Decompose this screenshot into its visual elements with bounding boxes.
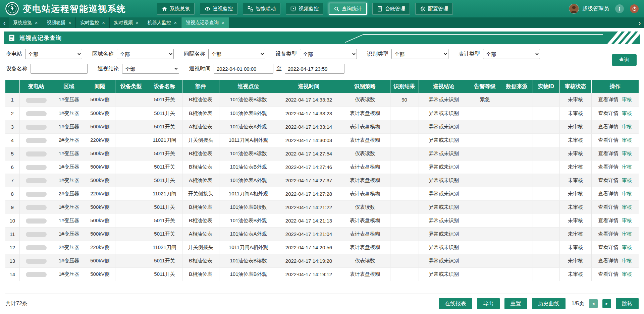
view-detail-link[interactable]: 查看详情 (598, 244, 619, 250)
redacted-station-name (26, 259, 47, 264)
cell-device: 5011开关 (147, 107, 182, 120)
nav-item-system-overview[interactable]: 系统总览 (157, 3, 195, 15)
tab-close-icon[interactable]: × (102, 20, 105, 25)
view-detail-link[interactable]: 查看详情 (598, 137, 619, 143)
cell-part: B相油位表 (182, 254, 219, 267)
view-detail-link[interactable]: 查看详情 (598, 258, 619, 263)
cell-actions: 查看详情审核 (591, 187, 639, 200)
conclusion-select[interactable]: 全部 (122, 64, 179, 74)
audit-link[interactable]: 审核 (622, 231, 632, 237)
nav-item-inspection-monitor[interactable]: 巡视监控 (200, 3, 237, 15)
cell-strategy: 表计表盘模糊 (340, 133, 390, 147)
audit-link[interactable]: 审核 (622, 271, 632, 277)
view-detail-link[interactable]: 查看详情 (598, 177, 619, 183)
audit-link[interactable]: 审核 (622, 204, 632, 210)
station-select[interactable]: 全部 (25, 49, 82, 59)
export-button[interactable]: 导出 (477, 298, 500, 309)
audit-link[interactable]: 审核 (622, 124, 632, 129)
cell-station (19, 120, 53, 133)
next-page-button[interactable]: ► (602, 299, 611, 308)
tab-inspection-record-query[interactable]: 巡视点记录查询× (181, 17, 229, 28)
cell-point: 101油位表B读数 (219, 254, 278, 267)
online-report-button[interactable]: 在线报表 (439, 298, 472, 309)
user-name: 超级管理员 (582, 5, 609, 12)
tab-close-icon[interactable]: × (68, 20, 71, 25)
audit-link[interactable]: 审核 (622, 191, 632, 196)
tabs-scroll-right-button[interactable]: › (635, 17, 644, 28)
nav-item-smart-linkage[interactable]: 智能联动 (243, 3, 280, 15)
cell-time: 2022-04-17 14:19:12 (278, 267, 340, 281)
time-separator: 至 (276, 65, 282, 72)
audit-link[interactable]: 审核 (622, 150, 632, 156)
tab-system-overview[interactable]: 系统总览× (9, 17, 42, 28)
cell-station (19, 174, 53, 187)
audit-link[interactable]: 审核 (622, 110, 632, 116)
tab-realtime-video[interactable]: 实时视频× (110, 17, 143, 28)
cell-part: 开关侧接头 (182, 187, 219, 200)
nav-item-query-statistics[interactable]: 查询统计 (329, 3, 367, 15)
view-detail-link[interactable]: 查看详情 (598, 191, 619, 196)
cell-part: B相油位表 (182, 107, 219, 120)
history-curve-button[interactable]: 历史曲线 (532, 298, 566, 309)
audit-link[interactable]: 审核 (622, 177, 632, 183)
power-button[interactable] (630, 4, 639, 13)
tabs-scroll-left-button[interactable]: ‹ (0, 17, 9, 28)
user-avatar[interactable] (569, 4, 579, 14)
redacted-station-name (26, 125, 47, 130)
cell-result (390, 120, 419, 133)
view-detail-link[interactable]: 查看详情 (598, 231, 619, 237)
area-name-select[interactable]: 全部 (117, 49, 174, 59)
filter-recognition-type: 识别类型全部 (367, 49, 448, 59)
cell-audit-status: 未审核 (559, 93, 591, 107)
cell-source (501, 133, 533, 147)
nav-item-ledger-management[interactable]: 台账管理 (372, 3, 410, 15)
device-type-select[interactable]: 全部 (300, 49, 357, 59)
time-to-input[interactable] (285, 64, 344, 74)
audit-link[interactable]: 审核 (622, 244, 632, 250)
time-from-input[interactable] (214, 64, 273, 74)
nav-item-config-management[interactable]: 配置管理 (415, 3, 453, 15)
redacted-station-name (26, 218, 47, 224)
cell-bay: 500kV侧 (85, 254, 115, 267)
column-header-9: 识别策略 (340, 80, 390, 93)
cell-alarm (469, 254, 501, 267)
reset-button[interactable]: 重置 (504, 298, 527, 309)
tab-video-carousel[interactable]: 视频轮播× (42, 17, 76, 28)
prev-page-button[interactable]: ◄ (589, 299, 598, 308)
table-row: 91#变压器500kV侧5011开关B相油位表101油位表B读数2022-04-… (5, 200, 639, 214)
tab-close-icon[interactable]: × (174, 20, 177, 25)
audit-link[interactable]: 审核 (622, 164, 632, 170)
cell-alarm (469, 160, 501, 174)
audit-link[interactable]: 审核 (622, 258, 632, 263)
tab-close-icon[interactable]: × (222, 20, 224, 25)
cell-device-type (115, 267, 147, 281)
view-detail-link[interactable]: 查看详情 (598, 217, 619, 223)
app-header: 变电站远程智能巡视系统 系统总览巡视监控智能联动视频监控查询统计台账管理配置管理… (0, 0, 644, 17)
tab-close-icon[interactable]: × (35, 20, 38, 25)
view-detail-link[interactable]: 查看详情 (598, 164, 619, 170)
bay-name-select[interactable]: 全部 (208, 49, 265, 59)
tab-robot-monitor[interactable]: 机器人监控× (143, 17, 181, 28)
view-detail-link[interactable]: 查看详情 (598, 204, 619, 210)
search-button[interactable]: 查询 (612, 54, 637, 66)
tab-close-icon[interactable]: × (136, 20, 139, 25)
info-button[interactable] (615, 4, 624, 13)
view-detail-link[interactable]: 查看详情 (598, 271, 619, 277)
audit-link[interactable]: 审核 (622, 97, 632, 102)
nav-item-video-monitor[interactable]: 视频监控 (286, 3, 323, 15)
cell-physical-id (533, 120, 559, 133)
jump-button[interactable]: 跳转 (616, 298, 639, 309)
view-detail-link[interactable]: 查看详情 (598, 124, 619, 129)
view-detail-link[interactable]: 查看详情 (598, 110, 619, 116)
meter-type-select[interactable]: 全部 (483, 49, 540, 59)
cell-no: 11 (5, 227, 19, 241)
audit-link[interactable]: 审核 (622, 137, 632, 143)
view-detail-link[interactable]: 查看详情 (598, 150, 619, 156)
recognition-type-select[interactable]: 全部 (391, 49, 448, 59)
device-name-input[interactable] (31, 64, 88, 74)
cell-device: 5011开关 (147, 214, 182, 227)
audit-link[interactable]: 审核 (622, 217, 632, 223)
view-detail-link[interactable]: 查看详情 (598, 97, 619, 102)
filter-label: 变电站 (6, 51, 22, 58)
tab-realtime-monitor[interactable]: 实时监控× (76, 17, 109, 28)
